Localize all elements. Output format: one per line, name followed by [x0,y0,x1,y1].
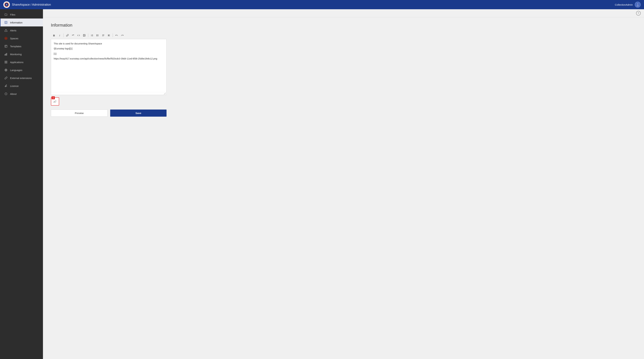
sidebar-item-templates[interactable]: Templates [0,42,43,50]
svg-point-35 [97,36,97,36]
editor-toolbar: B I ❝❞ [51,32,636,39]
preview-button[interactable]: Preview [51,110,108,117]
username-label: CollectionAdmin [615,3,633,6]
sidebar: Files Information Alerts [0,9,43,359]
italic-button[interactable]: I [57,33,62,38]
page-title: Information [51,23,636,28]
svg-point-2 [637,4,638,5]
quote-button[interactable]: ❝❞ [70,33,76,38]
svg-rect-16 [5,61,6,62]
svg-point-3 [637,5,639,6]
svg-rect-17 [6,61,7,62]
sidebar-label-about: About [10,92,16,95]
sidebar-label-applications: Applications [10,61,24,64]
sidebar-label-files: Files [10,13,15,16]
applications-icon [4,60,8,64]
editor-line-1: This site is used for documenting ShareA… [54,42,164,46]
content-body: Information B I ❝❞ [43,17,644,359]
sidebar-label-alerts: Alerts [10,29,16,32]
align-button[interactable] [101,33,106,38]
content-area: ? Information B I ❝❞ [43,9,644,359]
svg-point-26 [84,35,84,35]
svg-rect-19 [6,62,7,63]
sidebar-label-information: Information [10,21,22,24]
redo-button[interactable] [120,33,125,38]
svg-point-34 [97,35,97,36]
svg-text:A: A [54,100,55,103]
sidebar-item-applications[interactable]: Applications [0,58,43,66]
svg-rect-14 [6,54,6,55]
svg-point-21 [5,86,6,87]
editor-content[interactable]: This site is used for documenting ShareA… [51,39,166,92]
editor-line-4: https://esaz917.eurostep.com/api/collect… [54,57,164,60]
sidebar-item-monitoring[interactable]: Monitoring [0,50,43,58]
information-icon [4,21,8,24]
image-button[interactable] [82,33,87,38]
link-button[interactable] [65,33,70,38]
spaces-icon: A [4,36,8,40]
app-logo: A [3,1,10,8]
editor-line-3: [1]: [54,52,164,56]
globe-icon [4,68,8,72]
sidebar-label-licence: Licence [10,84,19,88]
indent-button[interactable] [106,33,111,38]
save-button[interactable]: Save [110,110,166,117]
sidebar-item-alerts[interactable]: Alerts [0,26,43,34]
sidebar-item-files[interactable]: Files [0,10,43,18]
attachment-area: 1 A [51,96,166,106]
main-layout: Files Information Alerts [0,9,644,359]
user-avatar[interactable] [635,2,641,8]
sidebar-label-templates: Templates [10,45,21,48]
action-row: Preview Save [51,110,166,117]
header-right: CollectionAdmin [615,2,641,8]
sidebar-label-external-extensions: External extensions [10,77,32,80]
svg-rect-12 [5,45,7,48]
sidebar-label-languages: Languages [10,69,22,72]
toolbar-separator-2 [88,34,88,37]
sidebar-item-external-extensions[interactable]: External extensions [0,74,43,82]
sidebar-item-information[interactable]: Information [0,18,43,26]
ordered-list-button[interactable] [90,33,94,38]
svg-rect-15 [6,53,7,55]
sidebar-item-licence[interactable]: Licence [0,82,43,90]
svg-text:A: A [6,4,7,6]
sidebar-label-spaces: Spaces [10,37,18,40]
header: A ShareAspace / Administration Collectio… [0,0,644,9]
editor-resize-handle [51,92,166,95]
unordered-list-button[interactable] [95,33,100,38]
app-section: Administration [32,3,51,6]
svg-rect-18 [5,62,6,63]
folder-icon [4,13,8,16]
sidebar-item-languages[interactable]: Languages [0,66,43,74]
app-title: ShareAspace / Administration [12,3,51,6]
svg-rect-13 [5,54,5,55]
svg-point-33 [97,34,97,35]
bold-button[interactable]: B [52,33,56,38]
svg-text:A: A [6,38,6,39]
header-left: A ShareAspace / Administration [3,1,51,8]
help-icon[interactable]: ? [636,11,641,16]
sidebar-item-about[interactable]: About [0,90,43,98]
attachment-badge: 1 [52,96,55,99]
undo-button[interactable] [114,33,119,38]
topbar: ? [43,9,644,17]
editor-wrapper: This site is used for documenting ShareA… [51,39,166,95]
editor-line-2: ![Eurostep logo][1] [54,47,164,50]
ext-icon [4,76,8,80]
sidebar-item-spaces[interactable]: A Spaces [0,34,43,42]
sidebar-label-monitoring: Monitoring [10,53,22,56]
about-icon [4,92,8,96]
app-name: ShareAspace [12,3,30,6]
templates-icon [4,44,8,48]
alert-icon [4,28,8,32]
code-button[interactable] [76,33,81,38]
key-icon [4,84,8,88]
monitoring-icon [4,52,8,56]
